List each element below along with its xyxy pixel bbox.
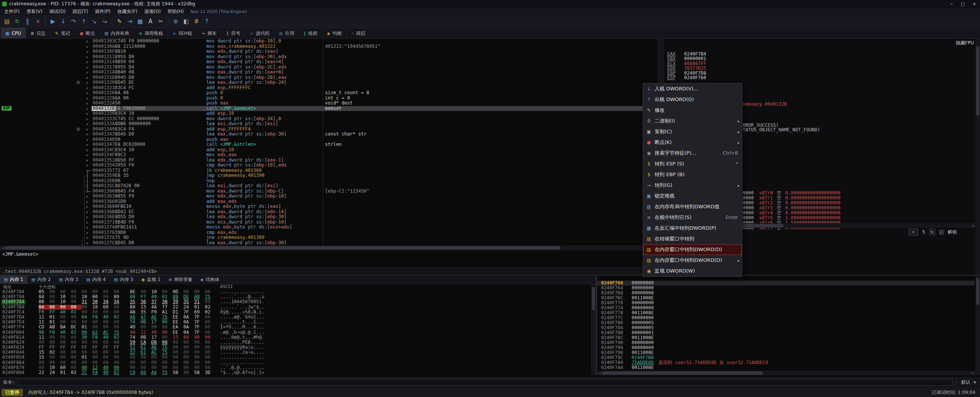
tab-跟踪[interactable]: ∴跟踪	[346, 28, 370, 38]
stack-row[interactable]: 0240F7A075ADDE8D返回到 user32.75ADDE8D 自 us…	[597, 360, 975, 365]
tab-符号[interactable]: Σ符号	[222, 28, 245, 38]
tab-句柄[interactable]: ◈句柄	[322, 28, 346, 38]
menu-item-转到 ESP (S)[interactable]: $转到 ESP (S)*	[643, 158, 742, 169]
appearance-icon[interactable]: ◧	[181, 17, 191, 26]
tab-引用[interactable]: ◎引用	[274, 28, 299, 38]
breakpoint-dot[interactable]	[86, 77, 88, 79]
dump-tab-局部变量[interactable]: ≡局部变量	[165, 276, 196, 284]
convention-dropdown[interactable]: ▾	[908, 229, 918, 235]
tab-断点[interactable]: ●断点	[75, 28, 100, 38]
breakpoint-dot[interactable]	[86, 82, 88, 84]
disasm-row[interactable]: 004013178955 D4mov dword ptr ss:[ebp-2C]…	[0, 65, 657, 70]
menu-item-修改[interactable]: ✎修改	[643, 105, 742, 116]
menu-item-帮助(H)[interactable]: 帮助(H)	[164, 8, 187, 15]
tab-脚本[interactable]: ≈脚本	[197, 28, 222, 38]
dump-row[interactable]: 0240F7B4040000000010600080134A7722240102…	[0, 305, 590, 310]
menu-item-入栈 DWORD(V)...[interactable]: ↓入栈 DWORD(V)...	[643, 83, 742, 94]
breakpoint-dot[interactable]	[86, 129, 88, 131]
menu-item-查看(V)[interactable]: 查看(V)	[23, 8, 46, 15]
run-to-return-icon[interactable]: ↑	[79, 17, 88, 26]
breakpoint-dot[interactable]	[86, 108, 88, 110]
disassembly-pane[interactable]: 00401303C745 F0 00000000mov dword ptr ss…	[0, 39, 662, 275]
menu-item-调试(D)[interactable]: 调试(D)	[46, 8, 69, 15]
breakpoint-dot[interactable]	[86, 144, 88, 146]
menu-item-监视 DWORD(W)[interactable]: ◉监视 DWORD(W)	[643, 266, 742, 276]
breakpoint-dot[interactable]	[86, 46, 88, 48]
breakpoint-dot[interactable]	[86, 160, 88, 162]
disasm-row[interactable]: 004013543955 F0cmp dword ptr ss:[ebp-10]…	[0, 163, 657, 168]
breakpoint-dot[interactable]	[86, 154, 88, 156]
breakpoint-dot[interactable]	[86, 67, 88, 69]
disasm-row[interactable]: 0040131A8B40 08mov eax,dword ptr ds:[eax…	[0, 70, 657, 75]
dump-row[interactable]: 0240F7A48B001000313034343536373839353100…	[0, 299, 590, 304]
close-button[interactable]: ×	[969, 0, 980, 8]
disasm-row[interactable]: 0040130F8B10mov edx,dword ptr ds:[eax]	[0, 49, 657, 54]
breakpoint-dot[interactable]	[86, 118, 88, 120]
fold-icon[interactable]: ⊟	[77, 127, 80, 132]
tab-笔记[interactable]: ✎笔记	[51, 28, 75, 38]
breakpoint-dot[interactable]	[86, 191, 88, 193]
menu-item-收藏夹(F)[interactable]: 收藏夹(F)	[114, 8, 141, 15]
disasm-row[interactable]: 0040136601D0add eax,edx	[0, 199, 657, 204]
disasm-row[interactable]: 0040132BE8 F0020000call <JMP.&memset>mem…	[0, 106, 657, 111]
restart-icon[interactable]: ↻	[13, 17, 22, 26]
breakpoint-dot[interactable]	[86, 175, 88, 177]
scroll-right-icon[interactable]: ►	[970, 371, 975, 376]
disasm-row[interactable]: 0040131D8945 D8mov dword ptr ss:[ebp-28]…	[0, 75, 657, 80]
maximize-button[interactable]: □	[957, 0, 969, 8]
disasm-row[interactable]: 004013680FBE10movsx edx,byte ptr ds:[eax…	[0, 204, 657, 209]
trace-into-icon[interactable]: ↘	[90, 17, 99, 26]
preferences-icon[interactable]: ⊛	[171, 17, 180, 26]
menu-item-跟踪(T)[interactable]: 跟踪(T)	[69, 8, 91, 15]
disasm-row[interactable]: ⊟0040134083C4 F4add esp,FFFFFFF4	[0, 127, 657, 132]
disasm-row[interactable]: 0040134F89C2mov edx,eax	[0, 152, 657, 158]
stack-scrollbar-vertical[interactable]	[975, 276, 980, 375]
tab-日志[interactable]: ≣日志	[26, 28, 51, 38]
breakpoint-dot[interactable]	[86, 92, 88, 94]
disasm-row[interactable]: 0040137A75 0Djne crakmeeasy.401389	[0, 235, 657, 240]
step-over-icon[interactable]: ↷	[69, 17, 78, 26]
stack-row[interactable]: 0240F78C0011008E	[597, 335, 975, 340]
stack-row[interactable]: 0240F76800000008	[597, 291, 975, 296]
register-row[interactable]: ESP0240F760	[667, 75, 706, 80]
stack-row[interactable]: 0240F7780011008E	[597, 310, 975, 315]
breakpoint-dot[interactable]	[86, 41, 88, 42]
unlock-checkbox[interactable]: ✓	[939, 230, 944, 235]
stack-row[interactable]: 0240F77000000000	[597, 301, 975, 306]
breakpoint-dot[interactable]	[86, 201, 88, 203]
dump-row[interactable]: 0240F85415000000010000000000000000000000…	[0, 355, 590, 360]
breakpoint-dot[interactable]	[86, 72, 88, 74]
menu-item-复制(C)[interactable]: ▣复制(C)▸	[643, 126, 742, 137]
registers-scrollbar-vertical[interactable]	[975, 39, 980, 275]
disasm-row[interactable]: 004013518D50 FFlea edx,dword ptr ds:[eax…	[0, 158, 657, 163]
highlight-icon[interactable]: A	[146, 17, 155, 26]
breakpoint-dot[interactable]	[86, 56, 88, 58]
breakpoint-dot[interactable]	[86, 196, 88, 198]
stack-row[interactable]: 0240F79000000000	[597, 340, 975, 345]
tab-源代码[interactable]: ‹›源代码	[245, 28, 274, 38]
breakpoint-dot[interactable]	[86, 185, 88, 187]
stack-scrollbar-horizontal[interactable]: ◄ ►	[597, 371, 975, 375]
breakpoint-dot[interactable]	[86, 222, 88, 224]
minimize-button[interactable]: ─	[946, 0, 957, 8]
menu-item-在内存窗口中转到DWORD(D)[interactable]: ▤在内存窗口中转到DWORD(D)	[643, 244, 742, 255]
stack-row[interactable]: 0240F7980011008E	[597, 350, 975, 355]
step-into-icon[interactable]: ↓	[59, 17, 68, 26]
stack-row[interactable]: 0240F77400000000	[597, 306, 975, 310]
breakpoint-dot[interactable]	[86, 113, 88, 115]
dump-tab-内存 5[interactable]: ▤内存 5	[110, 276, 137, 284]
dump-row[interactable]: 0240F884222401022CFA4002C066A4755B005B3D…	[0, 370, 590, 375]
argument-spinner[interactable]: ⇅	[929, 229, 935, 235]
tab-SEH链[interactable]: ∞SEH链	[168, 28, 197, 38]
dump-tab-内存 1[interactable]: ▤内存 1	[0, 276, 28, 284]
stack-row[interactable]: 0240F78000000005	[597, 320, 975, 325]
disasm-row[interactable]: 004013718B4D F0mov ecx,dword ptr ss:[ebp…	[0, 220, 657, 225]
scroll-left-icon[interactable]: ◄	[0, 245, 5, 250]
menu-item-在栈中转到它(S)[interactable]: ≡在栈中转到它(S)Enter	[643, 212, 742, 223]
disasm-row[interactable]: 004013118955 D0mov dword ptr ss:[ebp-30]…	[0, 54, 657, 60]
disasm-row[interactable]: 00401333C745 CC 00000000mov dword ptr ss…	[0, 116, 657, 122]
disasm-row[interactable]: ⊟004013208D45 DClea eax,dword ptr ss:[eb…	[0, 80, 657, 85]
disasm-row[interactable]: 0040137C8D45 D0lea eax,dword ptr ss:[ebp…	[0, 240, 657, 246]
menu-item-锁定堆栈[interactable]: ▣锁定堆栈	[643, 191, 742, 201]
disasm-row[interactable]: 004013266A 08push 8size_t count = 8	[0, 90, 657, 96]
